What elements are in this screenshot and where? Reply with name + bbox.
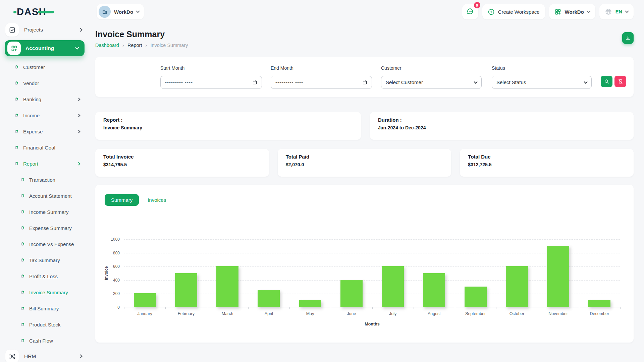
- sidebar-item-vendor[interactable]: Vendor: [0, 75, 89, 91]
- sidebar-item-income-vs-expense[interactable]: Income Vs Expense: [0, 236, 89, 252]
- status-label: Status: [492, 65, 505, 71]
- bullet-icon: [21, 210, 24, 214]
- reset-filter-button[interactable]: [614, 76, 626, 87]
- x-tick-label: December: [579, 311, 620, 316]
- workspace-switcher[interactable]: WorkDo: [97, 4, 144, 19]
- x-axis-tick-mark: [372, 307, 373, 309]
- sidebar-item-bill-summary[interactable]: Bill Summary: [0, 300, 89, 316]
- bullet-icon: [21, 194, 24, 197]
- breadcrumb: Dashboard › Report › Invoice Summary: [95, 42, 188, 48]
- building-icon: [101, 8, 108, 15]
- breadcrumb-report[interactable]: Report: [127, 43, 142, 48]
- language-selector[interactable]: EN: [599, 4, 634, 19]
- sidebar-item-tax-summary[interactable]: Tax Summary: [0, 252, 89, 268]
- sidebar-item-invoice-summary[interactable]: Invoice Summary: [0, 284, 89, 300]
- breadcrumb-dashboard[interactable]: Dashboard: [95, 43, 119, 48]
- chevron-right-icon: [77, 162, 80, 165]
- stat-value: $314,795.5: [103, 162, 261, 167]
- x-axis-tick-mark: [124, 307, 124, 309]
- customer-label: Customer: [381, 65, 401, 71]
- report-value: Invoice Summary: [103, 125, 353, 130]
- messages-count-badge: 0: [474, 2, 480, 8]
- clear-filter-icon: [618, 79, 623, 84]
- calendar-icon[interactable]: [362, 80, 367, 85]
- bar-january[interactable]: [134, 293, 156, 307]
- bar-february[interactable]: [175, 273, 197, 307]
- customer-select[interactable]: Select Customer: [381, 76, 482, 89]
- tab-invoices[interactable]: Invoices: [148, 197, 166, 203]
- sidebar-item-hrm[interactable]: HRM: [0, 349, 89, 362]
- sidebar-item-banking[interactable]: Banking: [0, 91, 89, 107]
- stat-label: Total Invoice: [103, 154, 261, 160]
- create-workspace-button[interactable]: Create Workspace: [482, 4, 545, 19]
- duration-card: Duration : Jan-2024 to Dec-2024: [370, 112, 634, 140]
- dash-logo-icon: DASH: [13, 6, 54, 17]
- bullet-icon: [21, 291, 24, 294]
- total-due-card: Total Due $312,725.5: [460, 149, 634, 177]
- sidebar-item-accounting[interactable]: Accounting: [5, 40, 85, 56]
- sidebar-item-transaction[interactable]: Transaction: [0, 172, 89, 188]
- download-button[interactable]: [622, 32, 634, 44]
- x-tick-label: July: [372, 311, 414, 316]
- sidebar-item-financial-goal[interactable]: Financial Goal: [0, 139, 89, 156]
- sidebar-item-customer[interactable]: Customer: [0, 59, 89, 75]
- stat-value: $2,070.0: [286, 162, 443, 167]
- x-tick-label: January: [124, 311, 165, 316]
- bar-april[interactable]: [258, 290, 280, 307]
- sidebar-item-account-statement[interactable]: Account Statement: [0, 188, 89, 204]
- bar-november[interactable]: [547, 246, 569, 307]
- sidebar-item-profit-loss[interactable]: Profit & Loss: [0, 268, 89, 284]
- report-card: Report : Invoice Summary: [95, 112, 361, 140]
- workspace-menu-button[interactable]: WorkDo: [549, 4, 595, 19]
- x-axis-tick-mark: [538, 307, 538, 309]
- chevron-down-icon: [136, 9, 140, 13]
- sidebar-item-label: Financial Goal: [23, 145, 89, 150]
- sidebar-item-label: Income Summary: [29, 209, 89, 215]
- sidebar-item-income[interactable]: Income: [0, 107, 89, 123]
- end-month-input[interactable]: --------- ----: [271, 76, 372, 89]
- chevron-right-icon: [77, 98, 80, 101]
- create-workspace-label: Create Workspace: [498, 9, 540, 15]
- sidebar-item-expense[interactable]: Expense: [0, 123, 89, 139]
- bar-july[interactable]: [382, 266, 404, 307]
- messages-button[interactable]: 0: [462, 4, 478, 19]
- gridline: [124, 280, 620, 281]
- sidebar-item-label: Bill Summary: [29, 306, 89, 311]
- chevron-down-icon: [584, 80, 587, 83]
- total-invoice-card: Total Invoice $314,795.5: [95, 149, 269, 177]
- sidebar-item-expense-summary[interactable]: Expense Summary: [0, 220, 89, 236]
- sidebar-item-income-summary[interactable]: Income Summary: [0, 204, 89, 220]
- bullet-icon: [15, 162, 18, 165]
- y-tick-label: 1000: [111, 237, 120, 242]
- sidebar-item-label: Customer: [23, 64, 89, 70]
- bullet-icon: [21, 323, 24, 326]
- app-logo[interactable]: DASH: [13, 6, 54, 17]
- x-axis-tick-mark: [455, 307, 455, 309]
- x-tick-label: March: [207, 311, 248, 316]
- bar-september[interactable]: [465, 287, 487, 307]
- workspace-name: WorkDo: [114, 9, 133, 15]
- sidebar-item-label: Profit & Loss: [29, 274, 89, 279]
- plot-area: 02004006008001000: [124, 239, 620, 307]
- sidebar-item-projects[interactable]: Projects: [0, 22, 89, 38]
- bar-october[interactable]: [506, 266, 528, 307]
- bar-december[interactable]: [588, 300, 610, 307]
- calendar-icon[interactable]: [252, 80, 257, 85]
- status-select[interactable]: Select Status: [492, 76, 592, 89]
- bar-june[interactable]: [340, 280, 363, 307]
- bullet-icon: [15, 146, 18, 149]
- chevron-right-icon: [78, 28, 82, 32]
- apply-filter-button[interactable]: [601, 76, 612, 87]
- invoice-bar-chart: Invoice 02004006008001000 JanuaryFebruar…: [124, 239, 620, 326]
- start-month-input[interactable]: --------- ----: [160, 76, 262, 89]
- bullet-icon: [15, 114, 18, 117]
- bar-may[interactable]: [299, 300, 321, 307]
- sidebar-item-product-stock[interactable]: Product Stock: [0, 316, 89, 333]
- sidebar-item-cash-flow[interactable]: Cash Flow: [0, 333, 89, 349]
- x-axis-tick-mark: [414, 307, 414, 309]
- bar-march[interactable]: [216, 266, 238, 307]
- sidebar-item-report[interactable]: Report: [0, 156, 89, 172]
- bar-august[interactable]: [423, 273, 445, 307]
- tab-summary[interactable]: Summary: [105, 194, 139, 206]
- sidebar-item-label: Tax Summary: [29, 257, 89, 263]
